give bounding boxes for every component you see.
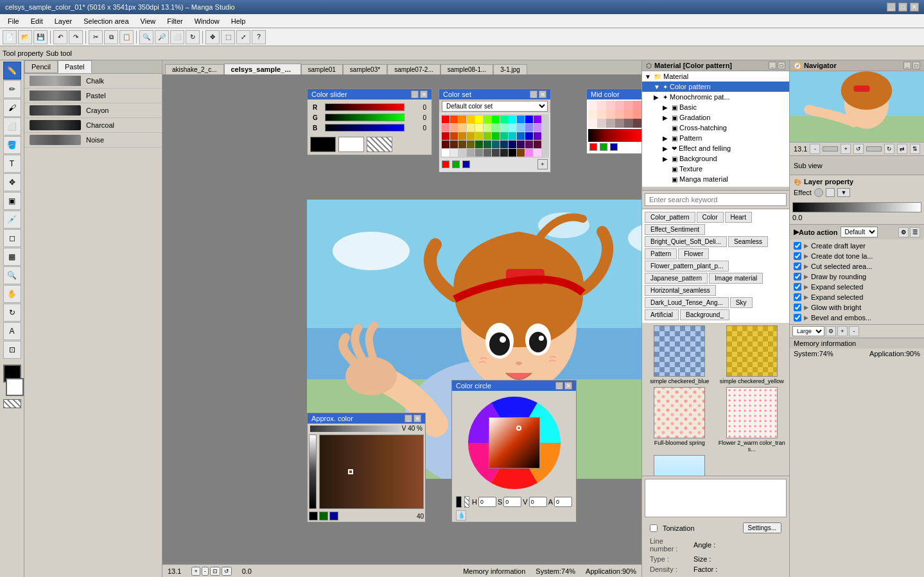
tool-brush[interactable]: 🖌 [3,99,21,117]
toolbar-transform[interactable]: ⤢ [236,30,250,44]
toolbar-paste[interactable]: 📋 [119,30,134,44]
tag-effect[interactable]: Effect_Sentiment [645,224,705,235]
color-cell[interactable] [509,124,516,132]
thumb-flower2[interactable]: Flower 2_warm color_trans... [717,387,787,452]
menu-edit[interactable]: Edit [26,16,48,26]
color-add-btn[interactable]: + [537,159,548,169]
tag-flower[interactable]: Flower [678,248,709,259]
nav-rotate-right[interactable]: ↻ [884,144,894,154]
action-add-btn[interactable]: + [837,326,848,336]
effect-dropdown[interactable]: ▼ [837,188,850,197]
toolbar-open[interactable]: 📂 [18,30,32,44]
nav-rotate-slider[interactable] [866,146,882,151]
menu-selection[interactable]: Selection area [78,16,134,26]
color-dropper-btn[interactable]: 💧 [456,510,466,521]
approx-swatch-blue[interactable] [329,512,338,521]
tool-eraser[interactable]: ⬜ [3,117,21,135]
color-cell[interactable] [500,132,508,140]
color-cell[interactable] [467,149,475,157]
action-expand-3[interactable]: ▶ [804,273,808,280]
nav-minimize[interactable]: _ [903,62,911,69]
gradient-bar[interactable] [792,202,921,212]
tree-manga-mat[interactable]: ▣ Manga material [642,174,789,184]
material-expand[interactable]: □ [778,62,785,69]
mid-color-cell[interactable] [615,119,624,128]
tag-background[interactable]: Background_ [680,309,729,320]
menu-help[interactable]: Help [226,16,251,26]
b-slider[interactable] [325,124,405,132]
color-cell[interactable] [458,132,466,140]
color-cell[interactable] [509,149,516,157]
minimize-btn[interactable]: _ [887,3,896,12]
tree-effect[interactable]: ▶ ❤ Effect and felling [642,143,789,153]
color-cell[interactable] [509,132,516,140]
effect-checkbox[interactable] [826,188,835,197]
color-cell[interactable] [458,141,466,148]
color-cell[interactable] [442,141,449,148]
a-input[interactable] [554,497,572,507]
nav-zoom-slider[interactable] [823,146,838,151]
aa-menu[interactable]: ☰ [910,227,920,237]
bg-swatch[interactable] [338,137,364,152]
mid-color-cell[interactable] [633,110,641,119]
tool-misc[interactable]: ⊡ [3,341,21,359]
material-search[interactable] [645,193,787,206]
color-cell[interactable] [492,124,500,132]
color-cell[interactable] [484,141,491,148]
color-saturation-box[interactable] [489,417,540,469]
action-expand-7[interactable]: ▶ [804,314,808,321]
tag-dark[interactable]: Dark_Loud_Tense_Ang... [645,297,729,308]
mid-color-cell[interactable] [597,119,606,128]
action-check-7[interactable] [794,314,801,322]
color-cell[interactable] [534,149,541,157]
action-expand-1[interactable]: ▶ [804,253,808,259]
tab-3[interactable]: sample03* [343,64,387,74]
navigator-preview[interactable] [790,71,924,142]
h-input[interactable] [478,497,496,507]
auto-action-dropdown[interactable]: Default [841,227,878,237]
tool-zoom[interactable]: 🔍 [3,266,21,284]
mid-color-cell[interactable] [597,101,606,110]
tag-pattern[interactable]: Pattern [645,248,677,259]
nav-rotate-left[interactable]: ↺ [853,144,864,154]
color-cell[interactable] [475,149,483,157]
tag-horizontal[interactable]: Horizontal_seamless [645,285,716,296]
tool-rotate[interactable]: ↻ [3,304,21,322]
color-cell[interactable] [450,116,458,123]
color-cell[interactable] [442,124,449,132]
color-cell[interactable] [525,149,533,157]
tool-pencil[interactable]: ✏ [3,80,21,98]
action-delete-btn[interactable]: - [849,326,859,336]
color-circle-close[interactable]: ✕ [564,382,572,390]
color-cell[interactable] [517,132,525,140]
cc-transparent-swatch[interactable] [464,496,470,508]
action-expand-0[interactable]: ▶ [804,243,808,249]
toolbar-help[interactable]: ? [252,30,266,44]
action-check-6[interactable] [794,304,801,311]
color-cell[interactable] [475,124,483,132]
color-cell[interactable] [517,116,525,123]
thumb-spring[interactable]: Full-bloomed spring [645,387,715,452]
brush-tab-pencil[interactable]: Pencil [24,60,58,73]
action-settings-btn[interactable]: ⚙ [826,326,836,336]
mid-color-gradient-bar[interactable] [588,129,641,142]
color-cell[interactable] [509,141,516,148]
fit-btn[interactable]: ⊡ [210,567,220,576]
tonization-checkbox[interactable] [650,524,658,532]
action-check-5[interactable] [794,293,801,301]
color-cell[interactable] [534,116,541,123]
action-check-0[interactable] [794,242,801,250]
nav-mirror[interactable]: ⇄ [897,144,907,154]
fg-swatch[interactable] [310,137,336,152]
color-cell[interactable] [534,141,541,148]
color-cell[interactable] [484,124,491,132]
toolbar-undo[interactable]: ↶ [53,30,67,44]
tool-bucket[interactable]: 🪣 [3,136,21,154]
color-slider-minimize[interactable]: _ [411,90,419,98]
color-cell[interactable] [525,132,533,140]
transparent-color[interactable] [3,399,21,408]
tag-sky[interactable]: Sky [730,297,753,308]
tag-color-pattern[interactable]: Color_pattern [645,212,695,223]
tool-text[interactable]: T [3,155,21,173]
mid-color-cell[interactable] [606,101,615,110]
